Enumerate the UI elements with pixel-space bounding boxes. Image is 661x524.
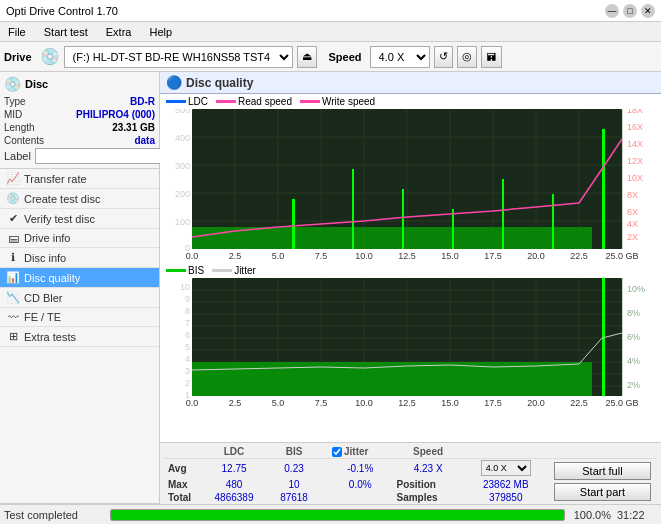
sidebar-item-disc-info[interactable]: ℹ Disc info	[0, 248, 159, 268]
svg-text:2: 2	[185, 378, 190, 388]
menu-extra[interactable]: Extra	[102, 25, 136, 39]
charts-area: LDC Read speed Write speed	[160, 94, 661, 469]
max-label: Max	[164, 477, 200, 490]
maximize-button[interactable]: □	[623, 4, 637, 18]
samples-label: Samples	[392, 491, 463, 504]
svg-text:5.0: 5.0	[272, 398, 285, 408]
svg-text:2.5: 2.5	[229, 398, 242, 408]
svg-text:200: 200	[175, 189, 190, 199]
svg-text:18X: 18X	[627, 109, 643, 115]
toolbar: Drive 💿 (F:) HL-DT-ST BD-RE WH16NS58 TST…	[0, 42, 661, 72]
svg-text:7: 7	[185, 318, 190, 328]
jitter-checkbox[interactable]	[332, 447, 342, 457]
col-bis: BIS	[268, 445, 320, 459]
chart1-svg: 500 400 300 200 100 0 18X 16X 14X 12X 10…	[162, 109, 652, 259]
sidebar-item-extra-tests[interactable]: ⊞ Extra tests	[0, 327, 159, 347]
svg-rect-32	[352, 169, 354, 249]
start-part-button[interactable]: Start part	[554, 483, 651, 501]
nav-label-fe-te: FE / TE	[24, 311, 61, 323]
svg-text:12.5: 12.5	[398, 398, 416, 408]
svg-rect-31	[292, 199, 295, 249]
sidebar-item-verify-test-disc[interactable]: ✔ Verify test disc	[0, 209, 159, 229]
sidebar-item-create-test-disc[interactable]: 💿 Create test disc	[0, 189, 159, 209]
length-value: 23.31 GB	[112, 122, 155, 133]
drive-label: Drive	[4, 51, 32, 63]
label-input[interactable]	[35, 148, 168, 164]
col-speed: Speed	[392, 445, 463, 459]
main-layout: 💿 Disc Type BD-R MID PHILIPRO4 (000) Len…	[0, 72, 661, 524]
ldc-legend-label: LDC	[188, 96, 208, 107]
sidebar-item-transfer-rate[interactable]: 📈 Transfer rate	[0, 169, 159, 189]
sidebar: 💿 Disc Type BD-R MID PHILIPRO4 (000) Len…	[0, 72, 160, 524]
read-speed-legend-color	[216, 100, 236, 103]
stats-row-avg: Avg 12.75 0.23 -0.1% 4.23 X 4.0 X	[164, 459, 657, 478]
disc-info-icon: ℹ	[6, 251, 20, 264]
close-button[interactable]: ✕	[641, 4, 655, 18]
nav-label-disc-info: Disc info	[24, 252, 66, 264]
svg-text:500: 500	[175, 109, 190, 115]
start-full-button[interactable]: Start full	[554, 462, 651, 480]
menu-file[interactable]: File	[4, 25, 30, 39]
eject-button[interactable]: ⏏	[297, 46, 317, 68]
speed-label: Speed	[329, 51, 362, 63]
svg-text:10: 10	[180, 282, 190, 292]
drive-icon: 💿	[40, 47, 60, 66]
sidebar-item-fe-te[interactable]: 〰 FE / TE	[0, 308, 159, 327]
window-controls: — □ ✕	[605, 4, 655, 18]
menu-help[interactable]: Help	[145, 25, 176, 39]
svg-text:6%: 6%	[627, 332, 640, 342]
svg-text:22.5: 22.5	[570, 251, 588, 259]
disc-panel: 💿 Disc Type BD-R MID PHILIPRO4 (000) Len…	[0, 72, 159, 169]
svg-text:17.5: 17.5	[484, 251, 502, 259]
svg-text:12X: 12X	[627, 156, 643, 166]
svg-rect-34	[452, 209, 454, 249]
svg-rect-36	[552, 194, 554, 249]
svg-text:5.0: 5.0	[272, 251, 285, 259]
sidebar-item-disc-quality[interactable]: 📊 Disc quality	[0, 268, 159, 288]
svg-text:20.0: 20.0	[527, 398, 545, 408]
svg-text:25.0 GB: 25.0 GB	[605, 251, 638, 259]
sidebar-item-drive-info[interactable]: 🖴 Drive info	[0, 229, 159, 248]
transfer-rate-icon: 📈	[6, 172, 20, 185]
chart2-legend: BIS Jitter	[162, 265, 659, 276]
chart1-wrapper: LDC Read speed Write speed	[162, 96, 659, 261]
create-test-icon: 💿	[6, 192, 20, 205]
jitter-checkbox-area[interactable]: Jitter	[332, 446, 388, 457]
svg-text:6X: 6X	[627, 207, 638, 217]
sidebar-item-cd-bler[interactable]: 📉 CD Bler	[0, 288, 159, 308]
svg-text:22.5: 22.5	[570, 398, 588, 408]
type-label: Type	[4, 96, 26, 107]
type-value: BD-R	[130, 96, 155, 107]
disc-section-title: Disc	[25, 78, 48, 90]
disc-icon: 💿	[4, 76, 21, 92]
position-label: Position	[392, 477, 463, 490]
nav-label-cd-bler: CD Bler	[24, 292, 63, 304]
menubar: File Start test Extra Help	[0, 22, 661, 42]
speed-select[interactable]: 4.0 X	[370, 46, 430, 68]
titlebar: Opti Drive Control 1.70 — □ ✕	[0, 0, 661, 22]
disc-quality-title: Disc quality	[186, 76, 253, 90]
minimize-button[interactable]: —	[605, 4, 619, 18]
extra-tests-icon: ⊞	[6, 330, 20, 343]
menu-start-test[interactable]: Start test	[40, 25, 92, 39]
svg-text:5: 5	[185, 342, 190, 352]
svg-rect-37	[602, 129, 605, 249]
svg-text:400: 400	[175, 133, 190, 143]
content-area: 🔵 Disc quality LDC Read speed	[160, 72, 661, 524]
statusbar: Test completed 100.0% 31:22	[0, 504, 661, 524]
save-button[interactable]: 🖬	[481, 46, 502, 68]
burn-button[interactable]: ◎	[457, 46, 477, 68]
max-ldc: 480	[200, 477, 268, 490]
jitter-legend-color	[212, 269, 232, 272]
svg-text:12.5: 12.5	[398, 251, 416, 259]
bis-legend-label: BIS	[188, 265, 204, 276]
svg-rect-33	[402, 189, 404, 249]
speed-select-cell[interactable]: 4.0 X	[464, 459, 548, 478]
mid-label: MID	[4, 109, 22, 120]
svg-text:0.0: 0.0	[186, 398, 199, 408]
speed-dropdown[interactable]: 4.0 X	[481, 460, 531, 476]
disc-quality-header-icon: 🔵	[166, 75, 182, 90]
nav-label-extra-tests: Extra tests	[24, 331, 76, 343]
drive-select[interactable]: (F:) HL-DT-ST BD-RE WH16NS58 TST4	[64, 46, 293, 68]
refresh-button[interactable]: ↺	[434, 46, 453, 68]
